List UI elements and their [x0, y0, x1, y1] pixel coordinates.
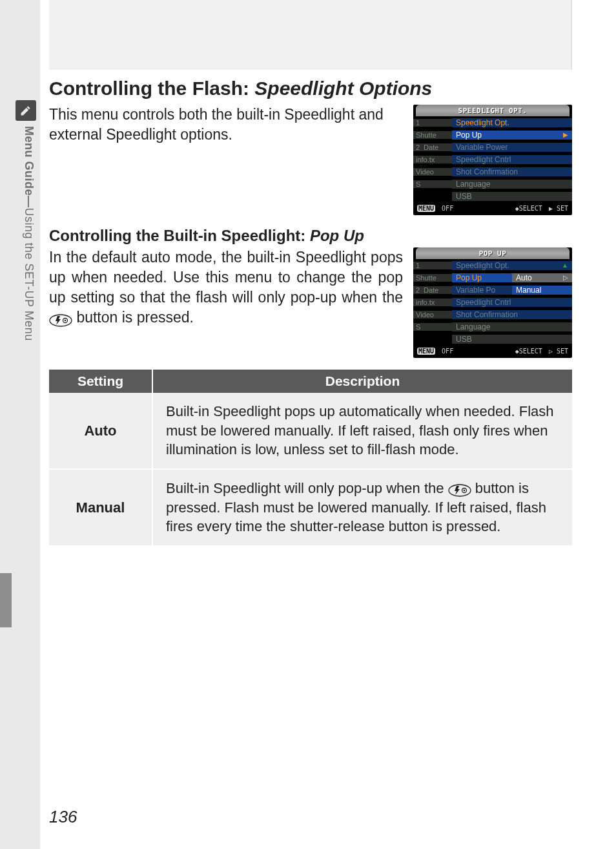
row-manual-label: Manual: [49, 469, 152, 545]
lcd2-side-1: 1: [416, 262, 424, 269]
section2-heading: Controlling the Built-in Speedlight: Pop…: [49, 227, 572, 245]
pencil-icon: [15, 100, 36, 121]
lcd1-r3r: Speedlight Cntrl: [452, 155, 572, 164]
lcd2-r3l: info.tx: [413, 299, 452, 306]
section2-heading-plain: Controlling the Built-in Speedlight:: [49, 227, 310, 244]
lcd2-r4l: Video: [413, 311, 452, 319]
table-row: Manual Built-in Speedlight will only pop…: [49, 469, 572, 545]
lcd2-r1m: Pop Up: [452, 273, 512, 282]
section2-heading-italic: Pop Up: [310, 227, 364, 244]
lcd1-menu: MENU: [417, 205, 435, 212]
lcd1-title: SPEEDLIGHT OPT.: [416, 105, 570, 116]
side-tab-label: Menu Guide—Using the SET-UP Menu: [22, 126, 36, 341]
lcd1-side-s: S: [416, 180, 424, 188]
section2-body: In the default auto mode, the built-in S…: [49, 247, 403, 328]
section1-heading-plain: Controlling the Flash:: [49, 78, 254, 99]
lcd2-r4m: Shot Confirmation: [452, 310, 572, 319]
svg-point-0: [50, 315, 72, 326]
lcd2-select: SELECT: [519, 348, 542, 355]
lcd1-off: OFF: [442, 205, 453, 212]
lcd1-footer: MENU OFF ◆SELECT ▶ SET: [413, 202, 572, 214]
lcd2-footer: MENU OFF ◆SELECT ▷ SET: [413, 345, 572, 357]
lcd1-r3l: info.tx: [413, 156, 452, 163]
row-auto-desc: Built-in Speedlight pops up automaticall…: [152, 393, 572, 469]
section1-body: This menu controls both the built-in Spe…: [49, 105, 403, 145]
lcd2-r0: Speedlight Opt.: [456, 261, 509, 270]
row-auto-label: Auto: [49, 393, 152, 469]
lcd1-r2r: Variable Power: [452, 143, 572, 152]
flash-redeye-icon: [49, 312, 72, 325]
th-desc: Description: [152, 370, 572, 393]
lcd1-r5: Language: [452, 180, 572, 189]
lcd2-title: POP UP: [416, 247, 570, 259]
row-manual-desc: Built-in Speedlight will only pop-up whe…: [152, 469, 572, 545]
lcd1-set: SET: [557, 205, 568, 212]
settings-table: Setting Description Auto Built-in Speedl…: [49, 370, 572, 545]
triangle-up-icon: ▲: [562, 262, 572, 269]
lcd1-r2l: Date: [424, 143, 438, 151]
section1-heading-italic: Speedlight Options: [254, 78, 432, 99]
lcd-popup: POP UP 1Speedlight Opt.▲ ShuttePop UpAut…: [413, 247, 572, 358]
lcd2-set: SET: [557, 348, 568, 355]
lcd-speedlight-opt: SPEEDLIGHT OPT. 1Speedlight Opt. ShutteP…: [413, 105, 572, 215]
flash-redeye-icon: [448, 483, 471, 496]
page-number: 136: [49, 807, 77, 827]
lcd1-side-1: 1: [416, 119, 424, 127]
side-rail-accent: [0, 573, 12, 627]
lcd1-r6: USB: [452, 192, 572, 201]
lcd1-select: SELECT: [519, 205, 542, 212]
lcd2-r1r: Auto: [516, 273, 532, 282]
lcd2-r1l: Shutte: [413, 274, 452, 282]
lcd2-menu: MENU: [417, 348, 435, 355]
svg-point-5: [463, 490, 465, 492]
table-row: Auto Built-in Speedlight pops up automat…: [49, 393, 572, 469]
lcd2-r6: USB: [452, 335, 572, 344]
th-setting: Setting: [49, 370, 152, 393]
lcd2-r2l: Date: [424, 286, 438, 294]
lcd2-r2m: Variable Po: [452, 286, 512, 295]
row-manual-desc-pre: Built-in Speedlight will only pop-up whe…: [166, 480, 448, 496]
triangle-right-icon: ▶: [563, 131, 572, 138]
lcd2-r2r: Manual: [512, 286, 572, 295]
lcd1-r4l: Video: [413, 168, 452, 176]
lcd1-r1l: Shutte: [413, 131, 452, 139]
lcd2-side-2: 2: [416, 286, 424, 294]
lcd2-r5: Language: [452, 322, 572, 331]
section1-heading: Controlling the Flash: Speedlight Option…: [49, 78, 572, 100]
lcd1-r4r: Shot Confirmation: [452, 167, 572, 176]
side-tab-suffix: Using the SET-UP Menu: [23, 208, 36, 341]
section2-body-pre: In the default auto mode, the built-in S…: [49, 249, 403, 306]
svg-point-2: [65, 320, 67, 322]
svg-point-3: [449, 485, 471, 496]
triangle-right-icon: ▷: [563, 274, 572, 281]
top-gray-block: [49, 0, 572, 70]
section2-body-post: button is pressed.: [72, 309, 194, 326]
lcd1-side-2: 2: [416, 143, 424, 151]
lcd1-r1r: Pop Up: [456, 131, 482, 140]
lcd1-r0: Speedlight Opt.: [452, 118, 572, 127]
lcd2-r3m: Speedlight Cntrl: [452, 298, 572, 307]
lcd2-off: OFF: [442, 348, 453, 355]
lcd2-side-s: S: [416, 323, 424, 331]
side-tab-prefix: Menu Guide—: [23, 126, 36, 208]
